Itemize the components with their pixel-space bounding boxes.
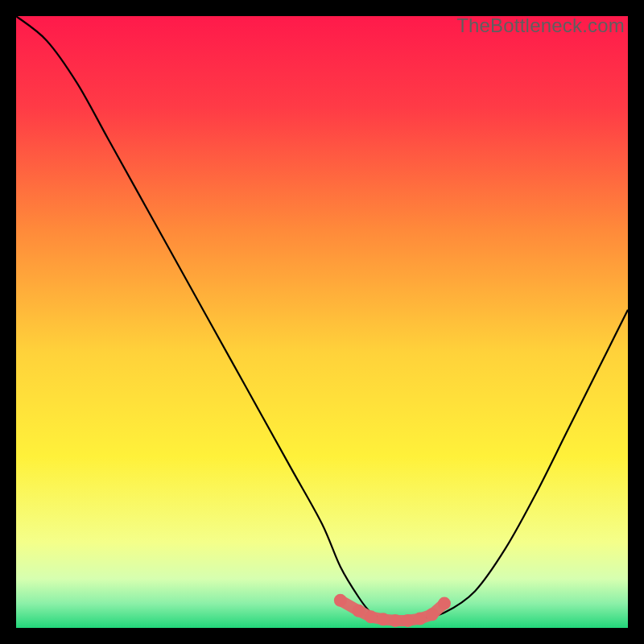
plot-area: [16, 16, 628, 628]
chart-svg: [16, 16, 628, 628]
marker-dot: [334, 594, 347, 607]
marker-dot: [414, 613, 427, 625]
marker-dot: [389, 614, 402, 627]
gradient-background: [16, 16, 628, 628]
marker-dot: [377, 613, 390, 625]
watermark-text: TheBottleneck.com: [456, 14, 625, 37]
marker-dot: [426, 608, 439, 621]
marker-dot: [365, 610, 378, 623]
marker-dot: [353, 605, 365, 617]
marker-dot: [401, 614, 414, 627]
marker-dot: [438, 597, 451, 610]
chart-frame: TheBottleneck.com: [16, 16, 628, 628]
